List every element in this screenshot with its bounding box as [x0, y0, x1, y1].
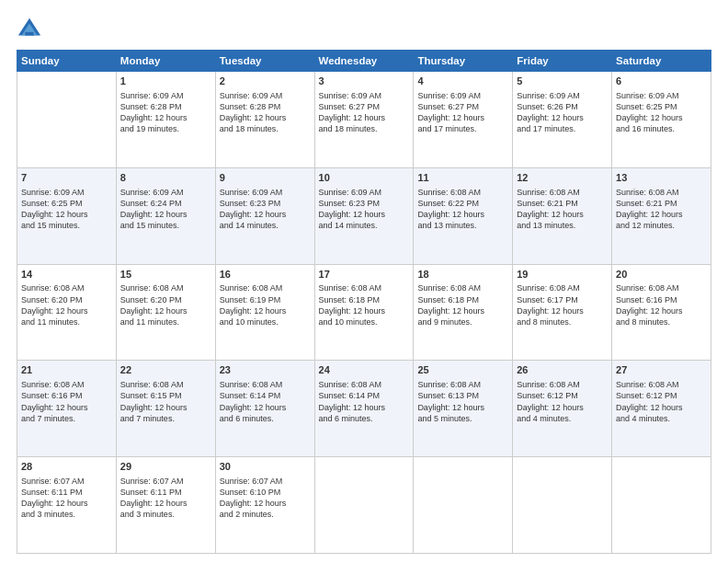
day-info-line: Sunset: 6:23 PM [220, 198, 311, 209]
day-number: 7 [21, 171, 112, 185]
calendar-cell [612, 457, 711, 554]
calendar-cell [17, 72, 117, 168]
day-info-line: Sunset: 6:21 PM [616, 198, 707, 209]
day-info-line: Daylight: 12 hours [319, 209, 410, 220]
day-info-line: Sunset: 6:12 PM [616, 390, 707, 401]
day-info-line: Daylight: 12 hours [417, 305, 508, 316]
day-info-line: Sunset: 6:23 PM [319, 198, 410, 209]
weekday-header-wednesday: Wednesday [314, 51, 414, 72]
calendar-week-row: 28Sunrise: 6:07 AMSunset: 6:11 PMDayligh… [17, 457, 711, 554]
day-info-line: Sunrise: 6:09 AM [319, 90, 410, 101]
day-info-line: Sunrise: 6:08 AM [220, 282, 311, 293]
calendar-cell: 15Sunrise: 6:08 AMSunset: 6:20 PMDayligh… [116, 264, 215, 361]
day-info-line: and 7 minutes. [120, 413, 211, 424]
day-info-line: Sunrise: 6:07 AM [21, 476, 112, 487]
day-info-line: and 13 minutes. [417, 220, 508, 231]
day-info-line: and 13 minutes. [517, 220, 608, 231]
day-number: 28 [21, 460, 112, 474]
day-info-line: Sunrise: 6:09 AM [319, 187, 410, 198]
day-info-line: and 10 minutes. [220, 316, 311, 327]
day-number: 14 [21, 268, 112, 282]
day-number: 25 [417, 363, 508, 377]
day-number: 17 [319, 268, 410, 282]
calendar-cell: 18Sunrise: 6:08 AMSunset: 6:18 PMDayligh… [414, 264, 513, 361]
calendar-cell: 17Sunrise: 6:08 AMSunset: 6:18 PMDayligh… [314, 264, 414, 361]
day-info-line: Sunset: 6:11 PM [120, 487, 211, 498]
calendar-cell: 23Sunrise: 6:08 AMSunset: 6:14 PMDayligh… [215, 361, 314, 457]
calendar-cell [513, 457, 612, 554]
day-number: 20 [616, 268, 707, 282]
day-info-line: Daylight: 12 hours [220, 112, 311, 123]
calendar-cell: 16Sunrise: 6:08 AMSunset: 6:19 PMDayligh… [215, 264, 314, 361]
day-info-line: Sunset: 6:25 PM [616, 101, 707, 112]
day-info-line: Sunrise: 6:08 AM [616, 379, 707, 390]
svg-rect-2 [25, 32, 33, 36]
day-info-line: and 11 minutes. [120, 316, 211, 327]
day-info-line: Daylight: 12 hours [120, 209, 211, 220]
day-number: 5 [517, 75, 608, 88]
day-info-line: Sunset: 6:20 PM [21, 294, 112, 305]
day-info-line: and 18 minutes. [319, 123, 410, 134]
day-info-line: and 8 minutes. [616, 316, 707, 327]
logo-icon [17, 17, 42, 42]
day-number: 26 [517, 363, 608, 377]
day-info-line: Sunset: 6:14 PM [220, 390, 311, 401]
day-info-line: and 14 minutes. [319, 220, 410, 231]
day-info-line: Daylight: 12 hours [517, 305, 608, 316]
header [17, 17, 711, 42]
day-info-line: Sunrise: 6:08 AM [616, 187, 707, 198]
day-number: 18 [417, 268, 508, 282]
calendar-cell: 9Sunrise: 6:09 AMSunset: 6:23 PMDaylight… [215, 167, 314, 264]
day-info-line: Sunrise: 6:08 AM [120, 282, 211, 293]
day-number: 4 [417, 75, 508, 88]
day-info-line: Daylight: 12 hours [21, 402, 112, 413]
weekday-header-saturday: Saturday [612, 51, 711, 72]
calendar-table: SundayMondayTuesdayWednesdayThursdayFrid… [17, 50, 711, 554]
calendar-cell: 22Sunrise: 6:08 AMSunset: 6:15 PMDayligh… [116, 361, 215, 457]
day-info-line: Sunset: 6:26 PM [517, 101, 608, 112]
day-info-line: Daylight: 12 hours [220, 305, 311, 316]
day-info-line: Sunrise: 6:09 AM [21, 187, 112, 198]
calendar-cell: 27Sunrise: 6:08 AMSunset: 6:12 PMDayligh… [612, 361, 711, 457]
day-number: 30 [220, 460, 311, 474]
day-info-line: Sunset: 6:28 PM [220, 101, 311, 112]
day-number: 23 [220, 363, 311, 377]
weekday-header-friday: Friday [513, 51, 612, 72]
day-info-line: Sunrise: 6:08 AM [319, 379, 410, 390]
day-info-line: Daylight: 12 hours [220, 402, 311, 413]
day-info-line: and 14 minutes. [220, 220, 311, 231]
day-info-line: Daylight: 12 hours [417, 112, 508, 123]
day-info-line: Sunset: 6:19 PM [220, 294, 311, 305]
day-number: 11 [417, 171, 508, 185]
calendar-cell: 19Sunrise: 6:08 AMSunset: 6:17 PMDayligh… [513, 264, 612, 361]
day-info-line: Daylight: 12 hours [616, 305, 707, 316]
calendar-week-row: 1Sunrise: 6:09 AMSunset: 6:28 PMDaylight… [17, 72, 711, 168]
day-info-line: Daylight: 12 hours [21, 498, 112, 509]
weekday-header-monday: Monday [116, 51, 215, 72]
day-info-line: Sunrise: 6:08 AM [417, 379, 508, 390]
day-info-line: Daylight: 12 hours [517, 402, 608, 413]
day-info-line: Sunset: 6:24 PM [120, 198, 211, 209]
day-info-line: Sunrise: 6:09 AM [120, 187, 211, 198]
day-info-line: Sunrise: 6:09 AM [120, 90, 211, 101]
day-info-line: Sunrise: 6:08 AM [517, 379, 608, 390]
day-info-line: Daylight: 12 hours [21, 305, 112, 316]
day-info-line: Daylight: 12 hours [21, 209, 112, 220]
day-info-line: Sunset: 6:16 PM [21, 390, 112, 401]
day-number: 13 [616, 171, 707, 185]
day-info-line: Daylight: 12 hours [120, 305, 211, 316]
calendar-cell [414, 457, 513, 554]
day-number: 9 [220, 171, 311, 185]
calendar-cell: 28Sunrise: 6:07 AMSunset: 6:11 PMDayligh… [17, 457, 117, 554]
day-info-line: Sunset: 6:12 PM [517, 390, 608, 401]
day-info-line: and 2 minutes. [220, 509, 311, 520]
day-info-line: and 3 minutes. [21, 509, 112, 520]
day-info-line: and 15 minutes. [120, 220, 211, 231]
day-info-line: Sunset: 6:27 PM [417, 101, 508, 112]
day-info-line: Sunrise: 6:09 AM [220, 90, 311, 101]
day-number: 29 [120, 460, 211, 474]
day-info-line: Daylight: 12 hours [220, 209, 311, 220]
calendar-cell: 11Sunrise: 6:08 AMSunset: 6:22 PMDayligh… [414, 167, 513, 264]
day-info-line: Sunrise: 6:08 AM [517, 187, 608, 198]
day-info-line: Sunrise: 6:08 AM [417, 282, 508, 293]
